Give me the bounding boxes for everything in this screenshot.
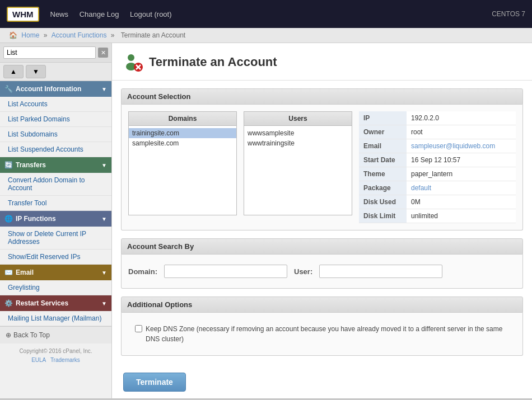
account-info-icon: 🔧 bbox=[4, 85, 13, 93]
sidebar-item-greylisting[interactable]: Greylisting bbox=[0, 280, 111, 295]
home-icon: 🏠 bbox=[9, 31, 17, 39]
sidebar-section-ip-functions[interactable]: 🌐IP Functions ▼ bbox=[0, 211, 111, 227]
breadcrumb-section[interactable]: Account Functions bbox=[52, 31, 107, 39]
domains-listbox[interactable]: trainingsite.com samplesite.com bbox=[128, 126, 237, 215]
sidebar-item-reserved-ips[interactable]: Show/Edit Reserved IPs bbox=[0, 250, 111, 265]
whm-logo: WHM bbox=[7, 7, 39, 22]
sidebar-item-list-subdomains[interactable]: List Subdomains bbox=[0, 127, 111, 142]
ip-functions-arrow: ▼ bbox=[101, 216, 107, 222]
main-layout: ✕ ▲ ▼ 🔧Account Information ▼ List Accoun… bbox=[0, 43, 532, 398]
info-row-package: Package default bbox=[359, 181, 516, 195]
trademarks-link[interactable]: Trademarks bbox=[50, 357, 80, 363]
user-search-label: User: bbox=[294, 267, 312, 276]
info-value-diskused: 0M bbox=[407, 195, 516, 209]
package-link[interactable]: default bbox=[411, 184, 431, 192]
domain-search-input[interactable] bbox=[164, 265, 287, 278]
terminate-btn-area: Terminate bbox=[112, 364, 532, 398]
domain-search-label: Domain: bbox=[128, 267, 157, 276]
sidebar-section-restart[interactable]: ⚙️Restart Services ▼ bbox=[0, 295, 111, 311]
page-title-bar: Terminate an Account bbox=[112, 43, 532, 81]
nav-news[interactable]: News bbox=[50, 10, 69, 18]
users-listbox[interactable]: wwwsamplesite wwwtrainingsite bbox=[244, 126, 352, 215]
sidebar-item-transfer-tool[interactable]: Transfer Tool bbox=[0, 196, 111, 211]
user-search-input[interactable] bbox=[319, 265, 442, 278]
info-row-email: Email sampleuser@liquidweb.com bbox=[359, 139, 516, 153]
account-search-header: Account Search By bbox=[121, 238, 523, 255]
account-selection-body: Domains trainingsite.com samplesite.com … bbox=[121, 105, 523, 230]
breadcrumb-home[interactable]: Home bbox=[21, 31, 39, 39]
sidebar: ✕ ▲ ▼ 🔧Account Information ▼ List Accoun… bbox=[0, 43, 112, 398]
info-row-owner: Owner root bbox=[359, 125, 516, 139]
additional-options-section: Additional Options Keep DNS Zone (necess… bbox=[121, 297, 523, 356]
sidebar-item-list-suspended-accounts[interactable]: List Suspended Accounts bbox=[0, 142, 111, 157]
info-label-package: Package bbox=[359, 181, 407, 195]
sidebar-section-email[interactable]: ✉️Email ▼ bbox=[0, 265, 111, 280]
sidebar-search-clear-button[interactable]: ✕ bbox=[98, 48, 108, 58]
restart-icon: ⚙️ bbox=[4, 299, 13, 307]
back-to-top-icon: ⊕ bbox=[6, 331, 11, 339]
account-info-arrow: ▼ bbox=[101, 86, 107, 92]
search-form: Domain: User: bbox=[128, 261, 516, 281]
email-link[interactable]: sampleuser@liquidweb.com bbox=[411, 142, 495, 150]
dns-zone-label[interactable]: Keep DNS Zone (necessary if removing an … bbox=[135, 324, 509, 344]
sidebar-item-show-delete-ip[interactable]: Show or Delete Current IP Addresses bbox=[0, 227, 111, 250]
account-info-table: IP 192.0.2.0 Owner root Email sampleuser… bbox=[359, 111, 516, 223]
users-col-header: Users bbox=[244, 111, 352, 126]
additional-options-content: Keep DNS Zone (necessary if removing an … bbox=[128, 319, 516, 349]
info-label-owner: Owner bbox=[359, 125, 407, 139]
domain-item-1[interactable]: samplesite.com bbox=[129, 138, 236, 148]
back-to-top-button[interactable]: ⊕ Back To Top bbox=[6, 331, 106, 339]
info-row-diskused: Disk Used 0M bbox=[359, 195, 516, 209]
account-selection-section: Account Selection Domains trainingsite.c… bbox=[121, 88, 523, 230]
sidebar-item-list-parked-domains[interactable]: List Parked Domains bbox=[0, 112, 111, 127]
info-value-package: default bbox=[407, 181, 516, 195]
svg-point-0 bbox=[128, 54, 134, 61]
domains-col-header: Domains bbox=[128, 111, 237, 126]
sidebar-item-mailman[interactable]: Mailing List Manager (Mailman) bbox=[0, 311, 111, 326]
account-search-body: Domain: User: bbox=[121, 255, 523, 289]
dns-zone-checkbox[interactable] bbox=[135, 325, 142, 332]
sidebar-copyright: Copyright© 2016 cPanel, Inc. EULA Tradem… bbox=[0, 343, 111, 368]
user-item-0[interactable]: wwwsamplesite bbox=[244, 128, 352, 138]
domain-item-0[interactable]: trainingsite.com bbox=[129, 128, 236, 138]
additional-options-header: Additional Options bbox=[121, 297, 523, 313]
account-selection-grid: Domains trainingsite.com samplesite.com … bbox=[128, 111, 516, 223]
sidebar-search-bar: ✕ bbox=[0, 43, 111, 63]
sidebar-nav-arrows: ▲ ▼ bbox=[0, 63, 111, 81]
info-value-ip: 192.0.2.0 bbox=[407, 111, 516, 125]
sidebar-item-convert-addon[interactable]: Convert Addon Domain to Account bbox=[0, 173, 111, 196]
breadcrumb-sep2: » bbox=[111, 31, 116, 39]
email-icon: ✉️ bbox=[4, 269, 13, 276]
nav-next-button[interactable]: ▼ bbox=[26, 65, 46, 78]
os-label: CENTOS 7 bbox=[492, 10, 525, 18]
info-label-startdate: Start Date bbox=[359, 153, 407, 167]
sidebar-section-account-information[interactable]: 🔧Account Information ▼ bbox=[0, 81, 111, 97]
breadcrumb-sep1: » bbox=[44, 31, 49, 39]
ip-functions-icon: 🌐 bbox=[4, 215, 13, 223]
sidebar-search-input[interactable] bbox=[3, 46, 96, 59]
nav-prev-button[interactable]: ▲ bbox=[3, 65, 24, 78]
info-value-disklimit: unlimited bbox=[407, 209, 516, 223]
info-row-startdate: Start Date 16 Sep 12 10:57 bbox=[359, 153, 516, 167]
main-content: Terminate an Account Account Selection D… bbox=[112, 43, 532, 398]
account-selection-header: Account Selection bbox=[121, 88, 523, 105]
sidebar-item-list-accounts[interactable]: List Accounts bbox=[0, 97, 111, 112]
terminate-button[interactable]: Terminate bbox=[123, 373, 186, 392]
info-value-email: sampleuser@liquidweb.com bbox=[407, 139, 516, 153]
content-panel: Terminate an Account Account Selection D… bbox=[112, 43, 532, 398]
sidebar-section-transfers[interactable]: 🔄Transfers ▼ bbox=[0, 157, 111, 173]
info-label-theme: Theme bbox=[359, 167, 407, 181]
account-search-section: Account Search By Domain: User: bbox=[121, 238, 523, 289]
nav-changelog[interactable]: Change Log bbox=[80, 10, 119, 18]
user-item-1[interactable]: wwwtrainingsite bbox=[244, 138, 352, 148]
breadcrumb: 🏠 Home » Account Functions » Terminate a… bbox=[0, 28, 532, 43]
info-label-ip: IP bbox=[359, 111, 407, 125]
info-label-disklimit: Disk Limit bbox=[359, 209, 407, 223]
info-label-diskused: Disk Used bbox=[359, 195, 407, 209]
page-title-icon bbox=[123, 52, 143, 72]
eula-link[interactable]: EULA bbox=[31, 357, 46, 363]
nav-logout[interactable]: Logout (root) bbox=[130, 10, 171, 18]
info-value-owner: root bbox=[407, 125, 516, 139]
transfers-arrow: ▼ bbox=[101, 162, 107, 168]
sidebar-bottom: ⊕ Back To Top bbox=[0, 326, 111, 343]
